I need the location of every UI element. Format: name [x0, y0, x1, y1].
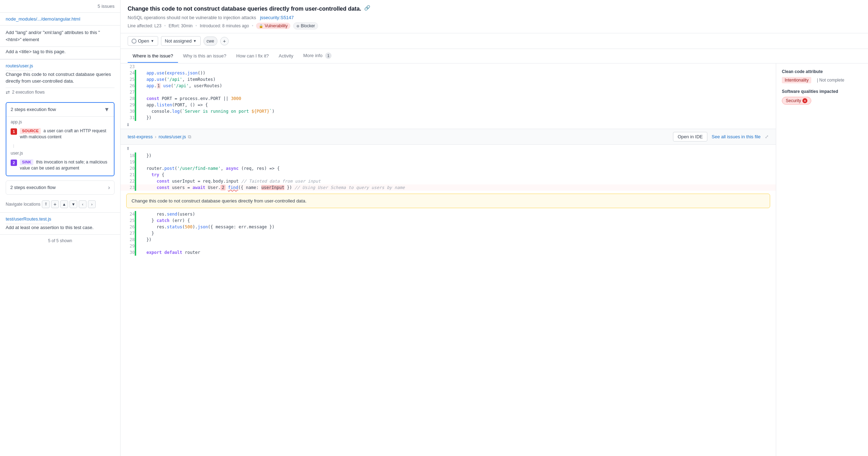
clean-code-section: Clean code attribute Intentionality | No…	[782, 69, 862, 83]
blocker-badge: ⊖ Blocker	[293, 22, 318, 29]
code-table-3: 24 res.send(users) 25 } catch (err) { 26	[121, 211, 776, 256]
open-in-ide-button[interactable]: Open in IDE	[673, 132, 707, 141]
file-link-test[interactable]: test/userRoutes.test.js	[6, 216, 51, 224]
left-panel: 5 issues node_modules/.../demo/angular.h…	[0, 0, 121, 456]
open-circle-icon	[132, 39, 137, 44]
tab-activity[interactable]: Activity	[274, 50, 298, 63]
flow-1-file-user: user.js 2 SINK this invocation is not sa…	[6, 148, 114, 176]
expand-icon[interactable]: ⤢	[765, 134, 769, 139]
code-line-25b: 25 } catch (err) {	[121, 217, 776, 224]
code-sep-2: ⬆	[121, 145, 776, 152]
code-line-20: 20 router.post('/user/find-name', async …	[121, 165, 776, 172]
inline-warning: Change this code to not construct databa…	[126, 194, 770, 208]
code-line-27b: 27 }	[121, 230, 776, 237]
code-line-19: 19	[121, 159, 776, 165]
sw-quality-title: Software qualities impacted	[782, 89, 862, 94]
clean-code-title: Clean code attribute	[782, 69, 862, 74]
execution-flow-2[interactable]: 2 steps execution flow ›	[6, 180, 115, 195]
sink-label: SINK	[20, 159, 33, 165]
intentionality-badge: Intentionality	[782, 77, 811, 83]
breadcrumb-test-express[interactable]: test-express	[128, 134, 153, 139]
code-panel: 23 24 app.use(express.json()) 25 app.use…	[121, 63, 776, 456]
code-line-21: 21 try {	[121, 172, 776, 178]
breadcrumb-arrow: ›	[155, 134, 156, 139]
tab-why-issue[interactable]: Why is this an issue?	[178, 50, 231, 63]
nav-down-btn[interactable]: ▼	[69, 200, 77, 208]
code-line-24: 24 app.use(express.json())	[121, 70, 776, 76]
nav-left-btn[interactable]: ‹	[79, 200, 87, 208]
code-line-23: 23	[121, 63, 776, 70]
info-panel: Clean code attribute Intentionality | No…	[776, 63, 868, 456]
chevron-down-assign-icon: ▼	[193, 39, 197, 43]
issues-count: 5 issues	[0, 0, 120, 13]
code-line-30: 30 console.log(`Server is running on por…	[121, 108, 776, 115]
flow-1-file-app-name: app.js	[11, 119, 110, 124]
issue-rule-link[interactable]: jssecurity:S5147	[259, 15, 294, 20]
code-line-24b: 24 res.send(users)	[121, 211, 776, 217]
more-info-badge: 1	[325, 52, 332, 59]
issue-text-lang: Add "lang" and/or "xml:lang" attributes …	[0, 26, 120, 47]
tabs-row: Where is the issue? Why is this an issue…	[121, 49, 868, 63]
code-line-23-tainted: 23 const users = await User.2 find({ nam…	[121, 184, 776, 191]
code-line-28: 28 const PORT = process.env.PORT || 3000	[121, 95, 776, 102]
navigate-locations: Navigate locations ⇧ + ▲ ▼ ‹ ›	[0, 198, 120, 212]
security-badge: Security ✕	[782, 97, 811, 105]
execution-flows-indicator: ⇄ 2 execution flows	[0, 88, 120, 98]
cwe-tag[interactable]: cwe	[204, 37, 217, 46]
code-line-28b: 28 })	[121, 237, 776, 243]
flow-step-sink: 2 SINK this invocation is not safe; a ma…	[11, 158, 110, 173]
add-tag-button[interactable]: +	[220, 37, 229, 45]
assign-button[interactable]: Not assigned ▼	[161, 36, 201, 46]
execution-flow-1: 2 steps execution flow ▼ app.js 1 SOURCE…	[6, 102, 115, 176]
code-table-1: 23 24 app.use(express.json()) 25 app.use…	[121, 63, 776, 121]
code-line-26: 26 app.1 use('/api', userRoutes)	[121, 83, 776, 89]
code-line-29b: 29	[121, 243, 776, 249]
copy-path-icon[interactable]: ⧉	[188, 134, 191, 140]
link-icon[interactable]: 🔗	[364, 5, 370, 11]
file-link-angular[interactable]: node_modules/.../demo/angular.html	[0, 13, 120, 26]
step-1-badge: 1	[11, 128, 17, 135]
issue-text-db: Change this code to not construct databa…	[6, 71, 115, 88]
file-breadcrumb-2: test-express › routes/user.js ⧉ Open in …	[121, 129, 776, 145]
code-line-26b: 26 res.status(500).json({ message: err.m…	[121, 224, 776, 230]
status-open-button[interactable]: Open ▼	[128, 36, 158, 46]
breadcrumb-routes-user[interactable]: routes/user.js	[158, 134, 186, 139]
code-line-25: 25 app.use('/api', itemRoutes)	[121, 76, 776, 83]
flow-1-file-user-name: user.js	[11, 151, 110, 156]
code-table-2: 18 }) 19 20 router.post('/user/find-name…	[121, 152, 776, 191]
shown-count: 5 of 5 shown	[0, 234, 120, 247]
step-2-text: SINK this invocation is not safe; a mali…	[20, 159, 110, 171]
not-complete-badge: | Not complete	[814, 77, 847, 83]
code-sep-1: ⬇	[121, 121, 776, 129]
clean-code-attributes: Intentionality | Not complete	[782, 77, 862, 83]
nav-shift-btn[interactable]: ⇧	[42, 200, 50, 208]
flow-1-header[interactable]: 2 steps execution flow ▼	[6, 103, 114, 117]
tab-where-is-issue[interactable]: Where is the issue?	[128, 50, 178, 63]
tab-how-fix[interactable]: How can I fix it?	[231, 50, 274, 63]
nav-right-btn[interactable]: ›	[88, 200, 96, 208]
nav-up-btn[interactable]: ▲	[60, 200, 68, 208]
nav-plus-btn[interactable]: +	[51, 200, 59, 208]
code-line-29: 29 app.listen(PORT, () => {	[121, 102, 776, 108]
code-line-30b: 30 export default router	[121, 249, 776, 256]
issue-subtitle: NoSQL operations should not be vulnerabl…	[128, 15, 861, 20]
sw-quality-section: Software qualities impacted Security ✕	[782, 89, 862, 105]
see-all-issues-link[interactable]: See all issues in this file	[712, 134, 761, 139]
times-icon: ✕	[802, 98, 807, 103]
issue-meta: Line affected: L23 • Effort: 30min • Int…	[128, 22, 861, 29]
vuln-badge: 🔒 Vulnerability	[256, 23, 290, 29]
chevron-down-icon: ▼	[104, 106, 110, 113]
issue-header: Change this code to not construct databa…	[121, 0, 868, 33]
tab-more-info[interactable]: More info 1	[298, 49, 336, 63]
issue-text-assertion: Add at least one assertion to this test …	[6, 224, 115, 231]
code-line-22: 22 const userInput = req.body.input // T…	[121, 178, 776, 184]
code-line-31: 31 })	[121, 115, 776, 121]
chevron-down-status-icon: ▼	[151, 39, 154, 43]
step-1-text: SOURCE a user can craft an HTTP request …	[20, 128, 110, 140]
flow-step-source: 1 SOURCE a user can craft an HTTP reques…	[11, 127, 110, 141]
file-link-routes[interactable]: routes/user.js	[6, 63, 33, 71]
code-line-27: 27	[121, 89, 776, 95]
chevron-right-icon: ›	[108, 184, 110, 191]
source-label: SOURCE	[20, 128, 41, 134]
step-2-badge: 2	[11, 160, 17, 166]
